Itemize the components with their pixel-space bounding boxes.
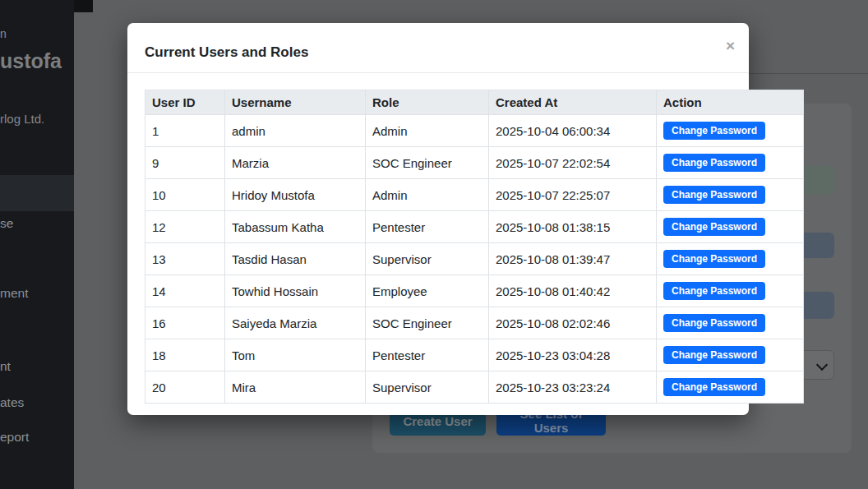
- sidebar-item[interactable]: nt: [0, 359, 11, 374]
- sidebar-company-name: rlog Ltd.: [0, 112, 44, 126]
- cell-id: 16: [145, 307, 225, 339]
- cell-username: Hridoy Mustofa: [225, 179, 366, 211]
- table-row: 16Saiyeda MarziaSOC Engineer2025-10-08 0…: [145, 307, 804, 339]
- cell-id: 1: [145, 115, 225, 147]
- change-password-button[interactable]: Change Password: [663, 218, 765, 236]
- column-header: Created At: [489, 90, 657, 115]
- cell-role: Pentester: [366, 339, 489, 371]
- change-password-button[interactable]: Change Password: [663, 250, 765, 268]
- cell-action: Change Password: [657, 243, 804, 275]
- sidebar-item[interactable]: ment: [0, 286, 28, 301]
- table-row: 12Tabassum KathaPentester2025-10-08 01:3…: [145, 211, 804, 243]
- table-row: 20MiraSupervisor2025-10-23 03:23:24Chang…: [145, 371, 804, 404]
- cell-id: 12: [145, 211, 225, 243]
- cell-created_at: 2025-10-07 22:02:54: [489, 147, 657, 179]
- cell-created_at: 2025-10-23 03:04:28: [489, 339, 657, 371]
- cell-created_at: 2025-10-08 01:38:15: [489, 211, 657, 243]
- topbar-fragment: [74, 0, 93, 12]
- users-table-body: 1adminAdmin2025-10-04 06:00:34Change Pas…: [145, 115, 804, 404]
- table-row: 18TomPentester2025-10-23 03:04:28Change …: [145, 339, 804, 371]
- cell-id: 10: [145, 179, 225, 211]
- chevron-down-icon: [816, 359, 828, 371]
- sidebar-item[interactable]: se: [0, 216, 13, 231]
- cell-created_at: 2025-10-23 03:23:24: [489, 371, 657, 404]
- cell-action: Change Password: [657, 339, 804, 371]
- sidebar-active-item[interactable]: [0, 175, 74, 211]
- cell-action: Change Password: [657, 371, 804, 404]
- cell-created_at: 2025-10-04 06:00:34: [489, 115, 657, 147]
- current-users-modal: Current Users and Roles × User IDUsernam…: [127, 23, 749, 415]
- cell-username: Saiyeda Marzia: [225, 307, 366, 339]
- cell-id: 14: [145, 275, 225, 307]
- sidebar-brand-name: ustofa: [0, 49, 62, 73]
- users-table: User IDUsernameRoleCreated AtAction 1adm…: [145, 90, 804, 404]
- cell-username: Towhid Hossain: [225, 275, 366, 307]
- column-header: Action: [657, 90, 804, 115]
- cell-id: 18: [145, 339, 225, 371]
- cell-role: Admin: [366, 115, 489, 147]
- cell-username: Tasdid Hasan: [225, 243, 366, 275]
- close-icon[interactable]: ×: [726, 38, 735, 53]
- cell-action: Change Password: [657, 115, 804, 147]
- cell-action: Change Password: [657, 147, 804, 179]
- cell-created_at: 2025-10-07 22:25:07: [489, 179, 657, 211]
- cell-username: admin: [225, 115, 366, 147]
- cell-action: Change Password: [657, 211, 804, 243]
- cell-role: Admin: [366, 179, 489, 211]
- cell-action: Change Password: [657, 179, 804, 211]
- cell-role: Supervisor: [366, 371, 489, 404]
- change-password-button[interactable]: Change Password: [663, 378, 765, 396]
- cell-created_at: 2025-10-08 02:02:46: [489, 307, 657, 339]
- cell-username: Tom: [225, 339, 366, 371]
- sidebar-brand-fragment: n: [0, 27, 7, 40]
- cell-username: Mira: [225, 371, 366, 404]
- cell-role: SOC Engineer: [366, 147, 489, 179]
- table-row: 10Hridoy MustofaAdmin2025-10-07 22:25:07…: [145, 179, 804, 211]
- cell-id: 9: [145, 147, 225, 179]
- change-password-button[interactable]: Change Password: [663, 186, 765, 204]
- cell-id: 13: [145, 243, 225, 275]
- modal-body: User IDUsernameRoleCreated AtAction 1adm…: [127, 73, 749, 404]
- cell-role: Pentester: [366, 211, 489, 243]
- change-password-button[interactable]: Change Password: [663, 346, 765, 364]
- cell-role: Employee: [366, 275, 489, 307]
- sidebar: n ustofa rlog Ltd. se ment nt ates eport: [0, 0, 74, 489]
- cell-action: Change Password: [657, 275, 804, 307]
- table-row: 13Tasdid HasanSupervisor2025-10-08 01:39…: [145, 243, 804, 275]
- cell-username: Marzia: [225, 147, 366, 179]
- change-password-button[interactable]: Change Password: [663, 122, 765, 140]
- cell-id: 20: [145, 371, 225, 404]
- change-password-button[interactable]: Change Password: [663, 282, 765, 300]
- modal-header: Current Users and Roles ×: [127, 23, 749, 73]
- sidebar-item[interactable]: eport: [0, 430, 29, 445]
- table-row: 1adminAdmin2025-10-04 06:00:34Change Pas…: [145, 115, 804, 147]
- table-header-row: User IDUsernameRoleCreated AtAction: [145, 90, 804, 115]
- cell-created_at: 2025-10-08 01:39:47: [489, 243, 657, 275]
- change-password-button[interactable]: Change Password: [663, 314, 765, 332]
- change-password-button[interactable]: Change Password: [663, 154, 765, 172]
- cell-action: Change Password: [657, 307, 804, 339]
- column-header: Role: [366, 90, 489, 115]
- table-row: 9MarziaSOC Engineer2025-10-07 22:02:54Ch…: [145, 147, 804, 179]
- column-header: Username: [225, 90, 366, 115]
- cell-username: Tabassum Katha: [225, 211, 366, 243]
- table-row: 14Towhid HossainEmployee2025-10-08 01:40…: [145, 275, 804, 307]
- cell-created_at: 2025-10-08 01:40:42: [489, 275, 657, 307]
- modal-title: Current Users and Roles: [145, 44, 308, 61]
- cell-role: Supervisor: [366, 243, 489, 275]
- sidebar-item[interactable]: ates: [0, 395, 24, 410]
- cell-role: SOC Engineer: [366, 307, 489, 339]
- column-header: User ID: [145, 90, 225, 115]
